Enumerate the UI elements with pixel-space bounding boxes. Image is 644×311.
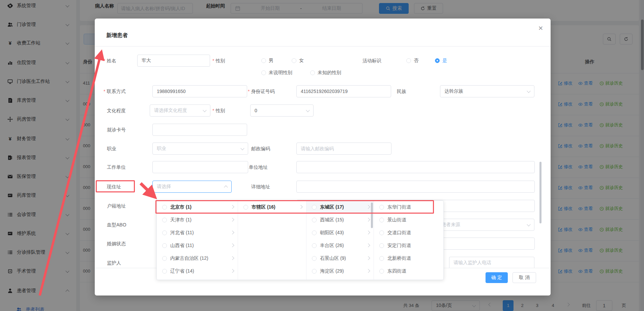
radio-icon (379, 218, 384, 222)
dialog-title: 新增患者 (106, 32, 128, 39)
chevron-down-icon (306, 108, 310, 112)
radio-selected-icon (435, 58, 440, 63)
radio-icon (379, 269, 384, 274)
cascader-option-jingshan[interactable]: 景山街道 (374, 214, 443, 226)
field-label-contact: 联系方式 (104, 85, 125, 97)
radio-icon (406, 58, 411, 63)
radio-icon (312, 243, 317, 248)
gender-radio-unknown[interactable]: 未知的性别 (310, 67, 341, 79)
cancel-button[interactable]: 取 消 (513, 272, 536, 283)
contact-input[interactable] (152, 85, 247, 97)
radio-icon (312, 205, 317, 210)
cascader-district-column: 东城区 (17) 西城区 (15) 朝阳区 (43) 丰台区 (26) 石景山区… (306, 201, 374, 280)
active-flag-radio-yes[interactable]: 是 (435, 55, 447, 67)
education-select[interactable]: 请选择文化程度 (150, 104, 210, 117)
cascader-street-column: 东华门街道 景山街道 交道口街道 安定门街道 北新桥街道 东四街道 (374, 201, 443, 280)
chevron-right-icon (366, 230, 370, 234)
cascader-option-shixiaqu[interactable]: 市辖区 (16) (238, 201, 306, 214)
cascader-option-fengtai[interactable]: 丰台区 (26) (306, 239, 374, 252)
cascader-option-dongsi[interactable]: 东四街道 (374, 265, 443, 278)
confirm-button[interactable]: 确 定 (486, 272, 508, 283)
radio-icon (379, 230, 384, 235)
gender-radio-unstated[interactable]: 未说明性别 (261, 67, 292, 79)
occupation-select[interactable]: 职业 (152, 143, 248, 155)
chevron-right-icon (366, 218, 370, 221)
radio-icon (310, 70, 315, 75)
gender-radio-male[interactable]: 男 (261, 55, 273, 67)
dialog-header-divider (95, 46, 551, 46)
ethnicity-select[interactable]: 达斡尔族 (440, 85, 534, 97)
field-label-work-unit: 工作单位 (107, 161, 126, 173)
chevron-right-icon (366, 243, 370, 247)
field-label-postal-code: 邮政编码 (251, 143, 270, 155)
current-address-cascader[interactable]: 请选择 (152, 181, 232, 193)
active-flag-radio-no[interactable]: 否 (406, 55, 418, 67)
radio-icon (162, 230, 167, 235)
cascader-option-beijing[interactable]: 北京市 (1) (157, 201, 238, 214)
field-label-card-no: 就诊卡号 (107, 124, 126, 136)
chevron-right-icon (230, 269, 234, 273)
field-label-id-number: 身份证号码 (248, 85, 274, 97)
cascader-option-shanxi[interactable]: 山西省 (11) (157, 239, 238, 252)
cascader-option-neimenggu[interactable]: 内蒙古自治区 (12) (157, 252, 238, 265)
postal-code-input[interactable] (296, 143, 391, 155)
card-no-input[interactable] (152, 124, 247, 136)
radio-icon (243, 205, 248, 210)
field-label-name: 姓名 (104, 55, 116, 67)
radio-icon (162, 218, 167, 222)
app-root: 系统管理 门诊管理 ¥收费工作站 住院管理 门诊医生工作站 库房管理 药房管理 … (0, 0, 644, 311)
name-input[interactable] (137, 55, 210, 67)
chevron-right-icon (230, 205, 234, 209)
chevron-up-icon (224, 185, 228, 189)
cascader-option-andingmen[interactable]: 安定门街道 (374, 239, 443, 252)
field-label-gender: 性别 (212, 55, 225, 67)
cascader-province-column: 北京市 (1) 天津市 (1) 河北省 (11) 山西省 (11) 内蒙古自治区… (157, 201, 238, 280)
field-label-guardian: 监护人 (107, 257, 121, 269)
cascader-option-xicheng[interactable]: 西城区 (15) (306, 214, 374, 226)
chevron-right-icon (230, 256, 234, 260)
cascader-option-donghuamen[interactable]: 东华门街道 (374, 201, 443, 214)
cascader-option-dongcheng[interactable]: 东城区 (17) (306, 201, 374, 214)
chevron-right-icon (366, 269, 370, 273)
address-cascader-panel: 北京市 (1) 天津市 (1) 河北省 (11) 山西省 (11) 内蒙古自治区… (156, 200, 444, 280)
cascader-option-chaoyang[interactable]: 朝阳区 (43) (306, 226, 374, 239)
cascader-option-liaoning[interactable]: 辽宁省 (14) (157, 265, 238, 278)
field-label-active-flag: 活动标识 (362, 55, 381, 67)
cascader-option-haidian[interactable]: 海淀区 (29) (306, 265, 374, 278)
cascader-option-shijingshan[interactable]: 石景山区 (9) (306, 252, 374, 265)
chevron-right-icon (299, 205, 302, 209)
cascader-option-tianjin[interactable]: 天津市 (1) (157, 214, 238, 226)
radio-icon (379, 256, 384, 261)
field-label-detail-address: 详细地址 (251, 181, 270, 193)
chevron-down-icon (240, 146, 244, 150)
chevron-down-icon (527, 222, 530, 226)
form-scrollbar-thumb[interactable] (539, 162, 541, 223)
field-label-ethnicity: 民族 (397, 85, 406, 97)
guardian-phone-input[interactable] (449, 257, 534, 268)
id-number-input[interactable] (296, 85, 391, 97)
gender-code-select[interactable]: 0 (250, 104, 314, 117)
chevron-down-icon (527, 89, 530, 93)
cascader-option-beixinqiao[interactable]: 北新桥街道 (374, 252, 443, 265)
radio-icon (292, 58, 296, 63)
gender-radio-female[interactable]: 女 (292, 55, 304, 67)
column-scrollbar-thumb[interactable] (371, 203, 373, 228)
chevron-right-icon (230, 230, 234, 234)
radio-icon (261, 58, 266, 63)
detail-address-input[interactable] (296, 181, 535, 193)
radio-icon (312, 256, 317, 261)
radio-icon (379, 205, 384, 210)
unit-address-input[interactable] (296, 161, 535, 173)
cascader-option-jiaodaokou[interactable]: 交道口街道 (374, 226, 443, 239)
chevron-right-icon (366, 256, 370, 260)
radio-icon (162, 256, 167, 261)
radio-icon (312, 269, 317, 274)
patient-source-select[interactable]: 患者来源 (437, 219, 534, 231)
chevron-down-icon (203, 108, 206, 112)
cascader-option-hebei[interactable]: 河北省 (11) (157, 226, 238, 239)
radio-icon (379, 243, 384, 248)
field-label-education: 文化程度 (107, 104, 126, 117)
close-icon[interactable]: ✕ (538, 25, 543, 32)
work-unit-input[interactable] (152, 161, 248, 173)
field-label-gender-code: 性别 (212, 104, 225, 117)
